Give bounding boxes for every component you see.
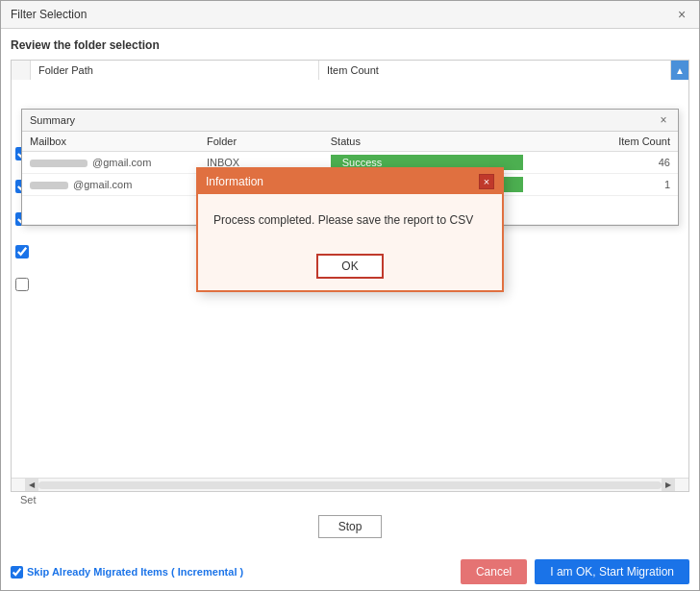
- summary-col-folder: Folder: [199, 132, 323, 152]
- summary-close-button[interactable]: ×: [657, 113, 670, 127]
- row1-itemcount: 46: [591, 152, 678, 174]
- row1-mailbox: @gmail.com: [22, 152, 199, 174]
- summary-col-itemcount: Item Count: [591, 132, 678, 152]
- window-close-button[interactable]: ×: [674, 7, 689, 22]
- table-content-area: Summary × Mailbox Folder Status Item Cou…: [12, 80, 688, 478]
- table-header-cols: Folder Path Item Count: [31, 61, 671, 80]
- cancel-button[interactable]: Cancel: [461, 559, 527, 584]
- footer: Skip Already Migrated Items ( Incrementa…: [1, 555, 699, 590]
- summary-title: Summary: [30, 114, 75, 126]
- main-window: Filter Selection × Review the folder sel…: [0, 0, 700, 591]
- col-item-count: Item Count: [319, 61, 671, 80]
- ok-button[interactable]: OK: [316, 254, 383, 279]
- info-dialog-title: Information: [206, 175, 263, 188]
- row2-mailbox: @gmail.com: [22, 174, 199, 196]
- row-checkbox-4[interactable]: [15, 245, 29, 259]
- table-header-row: Folder Path Item Count ▲: [12, 61, 688, 80]
- info-dialog-wrapper: Information × Process completed. Please …: [196, 167, 504, 292]
- scroll-up-button[interactable]: ▲: [671, 61, 688, 80]
- stop-button-area: Stop: [11, 507, 689, 546]
- title-bar: Filter Selection ×: [1, 1, 699, 29]
- horizontal-scrollbar: ◀ ▶: [12, 478, 688, 491]
- info-dialog-message: Process completed. Please save the repor…: [213, 213, 487, 227]
- start-migration-button[interactable]: I am OK, Start Migration: [535, 559, 689, 584]
- stop-button[interactable]: Stop: [318, 515, 383, 538]
- summary-col-status: Status: [323, 132, 591, 152]
- main-content: Review the folder selection Folder Path …: [1, 29, 699, 555]
- info-dialog-footer: OK: [198, 246, 502, 290]
- scroll-right-button[interactable]: ▶: [662, 479, 675, 492]
- skip-text: Skip Already Migrated Items ( Incrementa…: [27, 566, 243, 578]
- summary-col-mailbox: Mailbox: [22, 132, 199, 152]
- window-title: Filter Selection: [11, 8, 87, 21]
- scroll-left-button[interactable]: ◀: [25, 479, 38, 492]
- info-dialog-title-bar: Information ×: [198, 169, 502, 194]
- information-dialog: Information × Process completed. Please …: [196, 167, 504, 292]
- set-label: Set: [11, 492, 46, 507]
- col-folder-path: Folder Path: [31, 61, 319, 80]
- summary-title-bar: Summary ×: [22, 110, 678, 132]
- summary-window: Summary × Mailbox Folder Status Item Cou…: [21, 109, 679, 226]
- scrollbar-track: [38, 481, 662, 489]
- skip-label[interactable]: Skip Already Migrated Items ( Incrementa…: [11, 566, 243, 579]
- row-checkbox-5[interactable]: [15, 278, 29, 291]
- section-title: Review the folder selection: [11, 38, 689, 52]
- info-dialog-body: Process completed. Please save the repor…: [198, 194, 502, 246]
- footer-buttons: Cancel I am OK, Start Migration: [461, 559, 689, 584]
- skip-checkbox[interactable]: [11, 566, 23, 579]
- folder-table-container: Folder Path Item Count ▲ Su: [11, 60, 689, 492]
- info-dialog-close-button[interactable]: ×: [479, 174, 494, 189]
- row2-itemcount: 1: [591, 174, 678, 196]
